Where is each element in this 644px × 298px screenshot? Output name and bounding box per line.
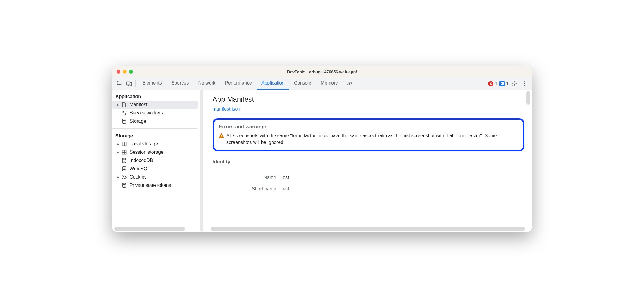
application-sidebar: Application ▶ Manifest ▶ Service workers: [112, 90, 200, 232]
sidebar-item-label: Web SQL: [130, 166, 150, 171]
svg-point-25: [122, 183, 126, 185]
tab-performance[interactable]: Performance: [220, 77, 257, 90]
svg-rect-27: [221, 137, 222, 137]
window-controls: [117, 70, 133, 74]
settings-button[interactable]: [510, 80, 519, 88]
main-v-scrollbar[interactable]: [526, 91, 530, 105]
sidebar-h-scrollbar[interactable]: [114, 227, 193, 231]
issue-count: 1: [506, 81, 509, 86]
grid-icon: [121, 149, 127, 155]
errors-warnings-callout: Errors and warnings All screenshots with…: [213, 118, 524, 151]
svg-point-20: [122, 158, 126, 160]
file-icon: [121, 102, 127, 108]
sidebar-item-cookies[interactable]: ▶ Cookies: [112, 173, 198, 181]
tab-network[interactable]: Network: [193, 77, 220, 90]
main-toolbar: Elements Sources Network Performance App…: [112, 77, 532, 90]
panel-body: Application ▶ Manifest ▶ Service workers: [112, 90, 532, 232]
split-handle[interactable]: [200, 90, 204, 232]
svg-rect-1: [126, 82, 130, 85]
warning-icon: [219, 133, 224, 138]
svg-point-21: [122, 167, 126, 168]
identity-shortname-label: Short name: [239, 186, 280, 192]
identity-row-shortname: Short name Test: [239, 186, 289, 192]
issue-icon: [499, 81, 505, 86]
sidebar-item-session-storage[interactable]: ▶ Session storage: [112, 148, 198, 156]
window-title: DevTools - crbug-1476656.web.app/: [112, 69, 532, 74]
warning-row: All screenshots with the same "form_fact…: [219, 132, 518, 146]
error-badge[interactable]: 1: [488, 81, 497, 86]
gears-icon: [121, 110, 127, 116]
grid-icon: [121, 141, 127, 147]
issue-badge[interactable]: 1: [499, 81, 509, 86]
chevron-right-icon: ▶: [116, 175, 120, 179]
more-menu-button[interactable]: [520, 80, 529, 88]
sidebar-section-application: Application: [112, 92, 198, 101]
svg-point-23: [124, 178, 125, 179]
warning-text: All screenshots with the same "form_fact…: [226, 132, 518, 146]
sidebar-item-label: Manifest: [130, 102, 147, 107]
minimize-window-button[interactable]: [123, 70, 127, 74]
sidebar-item-label: IndexedDB: [130, 158, 153, 163]
svg-point-7: [514, 83, 515, 84]
svg-point-8: [524, 81, 525, 82]
sidebar-section-storage: Storage: [112, 132, 198, 140]
sidebar-item-label: Service workers: [130, 110, 163, 116]
db-icon: [121, 158, 127, 163]
application-main: App Manifest manifest.json Errors and wa…: [204, 90, 532, 232]
svg-point-24: [125, 177, 125, 178]
devtools-window: DevTools - crbug-1476656.web.app/ Elemen…: [112, 66, 532, 232]
tab-console[interactable]: Console: [289, 77, 316, 90]
device-toggle-icon[interactable]: [125, 80, 133, 88]
sidebar-item-label: Storage: [130, 119, 146, 124]
identity-name-label: Name: [239, 175, 280, 180]
chevron-right-icon: ▶: [116, 150, 120, 154]
sidebar-item-web-sql[interactable]: ▶ Web SQL: [112, 165, 198, 173]
tab-application[interactable]: Application: [257, 77, 289, 90]
tab-elements[interactable]: Elements: [138, 77, 167, 90]
page-title: App Manifest: [213, 95, 524, 103]
sidebar-item-service-workers[interactable]: ▶ Service workers: [112, 109, 198, 117]
main-h-scrollbar[interactable]: [211, 227, 525, 231]
identity-row-name: Name Test: [239, 175, 289, 180]
sidebar-item-indexeddb[interactable]: ▶ IndexedDB: [112, 156, 198, 165]
sidebar-item-label: Cookies: [130, 174, 147, 180]
identity-shortname-value: Test: [280, 186, 289, 192]
chevron-right-icon: ▶: [116, 103, 120, 107]
db-icon: [121, 166, 127, 172]
svg-rect-6: [501, 83, 502, 84]
svg-point-11: [123, 111, 124, 113]
zoom-window-button[interactable]: [129, 70, 133, 74]
panel-tabs: Elements Sources Network Performance App…: [138, 77, 357, 90]
sidebar-item-label: Local storage: [130, 141, 158, 147]
sidebar-item-label: Private state tokens: [130, 183, 171, 188]
sidebar-item-label: Session storage: [130, 150, 164, 155]
sidebar-item-manifest[interactable]: ▶ Manifest: [112, 101, 198, 109]
error-icon: [488, 81, 493, 86]
identity-table: Name Test Short name Test: [239, 169, 289, 197]
inspect-element-icon[interactable]: [115, 80, 124, 88]
sidebar-divider: [112, 128, 198, 129]
toolbar-divider: [135, 80, 136, 87]
svg-point-9: [524, 83, 525, 84]
errors-warnings-title: Errors and warnings: [219, 124, 518, 130]
tabs-overflow-button[interactable]: ≫: [342, 77, 357, 90]
close-window-button[interactable]: [117, 70, 120, 74]
svg-rect-5: [501, 83, 503, 83]
sidebar-item-local-storage[interactable]: ▶ Local storage: [112, 140, 198, 148]
svg-point-10: [524, 85, 525, 86]
svg-point-22: [123, 176, 124, 177]
error-count: 1: [495, 81, 497, 86]
titlebar: DevTools - crbug-1476656.web.app/: [112, 66, 532, 77]
identity-name-value: Test: [280, 175, 289, 180]
db-icon: [121, 182, 127, 188]
sidebar-item-private-state-tokens[interactable]: ▶ Private state tokens: [112, 181, 198, 190]
cookie-icon: [121, 174, 127, 180]
tab-sources[interactable]: Sources: [167, 77, 194, 90]
chevron-right-icon: ▶: [116, 142, 120, 146]
manifest-link[interactable]: manifest.json: [213, 106, 240, 111]
tab-memory[interactable]: Memory: [316, 77, 343, 90]
db-icon: [121, 118, 127, 124]
svg-point-12: [125, 114, 126, 115]
identity-section-title: Identity: [213, 159, 524, 165]
sidebar-item-storage[interactable]: ▶ Storage: [112, 117, 198, 125]
